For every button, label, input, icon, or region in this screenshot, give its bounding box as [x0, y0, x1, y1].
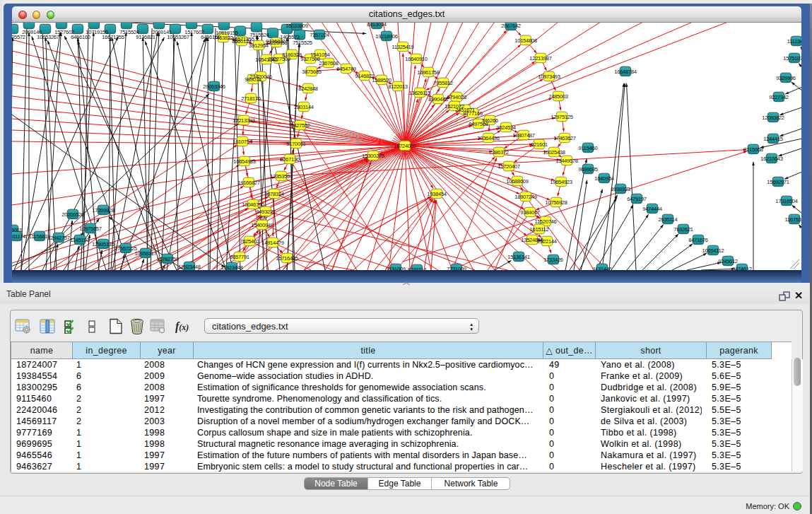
svg-text:20206526: 20206526: [61, 211, 83, 218]
svg-text:9777169: 9777169: [463, 110, 483, 117]
svg-text:9493222: 9493222: [256, 209, 276, 215]
svg-text:1640954: 1640954: [594, 175, 614, 182]
svg-text:17463627: 17463627: [553, 135, 575, 141]
svg-text:7515525: 7515525: [293, 40, 312, 46]
svg-text:11325419: 11325419: [392, 44, 414, 50]
svg-text:2803144: 2803144: [294, 104, 314, 110]
svg-text:989014: 989014: [245, 76, 261, 83]
svg-text:12093822: 12093822: [762, 115, 784, 121]
svg-text:8242848: 8242848: [298, 86, 318, 92]
svg-text:1615112: 1615112: [530, 226, 549, 233]
svg-text:1610754: 1610754: [233, 139, 252, 145]
svg-text:15720407: 15720407: [498, 163, 519, 170]
svg-text:7463822: 7463822: [213, 35, 233, 41]
svg-text:11923448: 11923448: [221, 264, 243, 270]
svg-text:2367608: 2367608: [319, 60, 339, 66]
svg-text:9657791: 9657791: [230, 254, 249, 260]
svg-text:9329996: 9329996: [776, 75, 796, 81]
svg-text:8186328: 8186328: [282, 52, 302, 58]
svg-text:7955812: 7955812: [433, 80, 453, 86]
svg-text:16961758: 16961758: [417, 69, 439, 76]
svg-text:2087642: 2087642: [501, 23, 521, 29]
svg-text:15692971: 15692971: [767, 179, 789, 185]
svg-text:2522144: 2522144: [537, 238, 557, 245]
svg-text:6479197: 6479197: [627, 196, 647, 202]
svg-text:19654923: 19654923: [550, 179, 572, 185]
svg-text:8454749: 8454749: [336, 66, 356, 72]
svg-text:8938923: 8938923: [611, 186, 630, 192]
svg-text:16640910: 16640910: [405, 56, 427, 62]
svg-text:8813014: 8813014: [367, 23, 387, 28]
svg-text:9227342: 9227342: [769, 94, 789, 100]
svg-text:15400948: 15400948: [251, 222, 273, 228]
svg-text:12975125: 12975125: [551, 114, 572, 120]
svg-text:8122013: 8122013: [388, 83, 408, 90]
svg-text:12353594: 12353594: [270, 173, 292, 180]
svg-text:16033809: 16033809: [286, 23, 307, 29]
svg-text:1112345: 1112345: [787, 38, 801, 45]
svg-text:8471676: 8471676: [688, 237, 708, 243]
svg-text:9115460: 9115460: [579, 145, 598, 151]
svg-text:3875685: 3875685: [302, 69, 322, 75]
svg-text:746266: 746266: [481, 117, 498, 124]
svg-text:10958117: 10958117: [135, 250, 157, 257]
svg-text:23226058: 23226058: [265, 40, 287, 46]
svg-text:1244415: 1244415: [763, 136, 783, 142]
svg-text:3624534: 3624534: [496, 124, 516, 131]
svg-text:2718170: 2718170: [241, 95, 261, 102]
svg-text:1145193: 1145193: [71, 237, 90, 243]
svg-text:621601: 621601: [531, 141, 548, 148]
svg-text:9474444: 9474444: [642, 206, 662, 212]
svg-text:8427552: 8427552: [290, 122, 310, 129]
svg-text:16648784: 16648784: [614, 69, 636, 75]
svg-text:12905135: 12905135: [92, 241, 114, 247]
svg-text:10046790: 10046790: [242, 201, 264, 208]
svg-text:18724007: 18724007: [394, 143, 416, 149]
svg-text:17359928: 17359928: [92, 207, 114, 214]
svg-text:12942757: 12942757: [47, 235, 69, 241]
svg-text:2935114: 2935114: [659, 216, 678, 223]
svg-text:7625402: 7625402: [240, 238, 259, 245]
svg-text:10654112: 10654112: [702, 247, 724, 254]
svg-text:10756928: 10756928: [545, 199, 567, 206]
svg-text:10973493: 10973493: [538, 74, 560, 80]
svg-text:7485003: 7485003: [548, 93, 568, 100]
svg-text:8215958: 8215958: [743, 146, 763, 153]
svg-text:19218906: 19218906: [375, 33, 397, 40]
svg-text:17016504: 17016504: [775, 198, 797, 204]
svg-text:10154808: 10154808: [514, 37, 536, 44]
svg-text:12923448: 12923448: [178, 264, 200, 270]
svg-text:10975857: 10975857: [79, 226, 101, 232]
svg-text:19166827: 19166827: [237, 180, 259, 186]
svg-text:15751074: 15751074: [783, 55, 801, 62]
svg-text:9245612: 9245612: [718, 258, 738, 264]
svg-text:9384067: 9384067: [520, 209, 540, 216]
svg-text:1588520: 1588520: [372, 77, 392, 83]
svg-text:10688609: 10688609: [506, 178, 528, 185]
svg-text:1733426: 1733426: [543, 257, 563, 263]
svg-text:13626115: 13626115: [409, 90, 431, 96]
svg-text:7357224: 7357224: [310, 32, 329, 38]
svg-text:1143001: 1143001: [12, 227, 23, 233]
svg-text:7386372: 7386372: [489, 149, 509, 156]
svg-text:1938454: 1938454: [427, 191, 447, 197]
svg-text:12213393: 12213393: [233, 117, 254, 124]
svg-text:12213987: 12213987: [529, 55, 551, 62]
svg-text:3878324: 3878324: [264, 191, 284, 197]
svg-text:17957225: 17957225: [114, 245, 136, 252]
svg-text:9699695: 9699695: [578, 166, 598, 173]
svg-text:10025438: 10025438: [543, 149, 565, 156]
svg-text:3911174: 3911174: [12, 233, 25, 240]
svg-text:16782759: 16782759: [156, 256, 178, 262]
svg-text:15300275: 15300275: [362, 153, 384, 159]
svg-text:29053346: 29053346: [203, 83, 225, 90]
svg-text:13449578: 13449578: [555, 158, 577, 164]
svg-text:11520746: 11520746: [535, 218, 557, 225]
svg-text:7632621: 7632621: [673, 226, 693, 233]
svg-text:14914479: 14914479: [261, 240, 283, 246]
svg-text:3170061: 3170061: [286, 141, 306, 147]
svg-text:1541054: 1541054: [310, 52, 330, 58]
svg-text:10807487: 10807487: [512, 132, 534, 139]
svg-text:8267130: 8267130: [280, 156, 300, 163]
svg-text:6794028: 6794028: [447, 94, 466, 100]
